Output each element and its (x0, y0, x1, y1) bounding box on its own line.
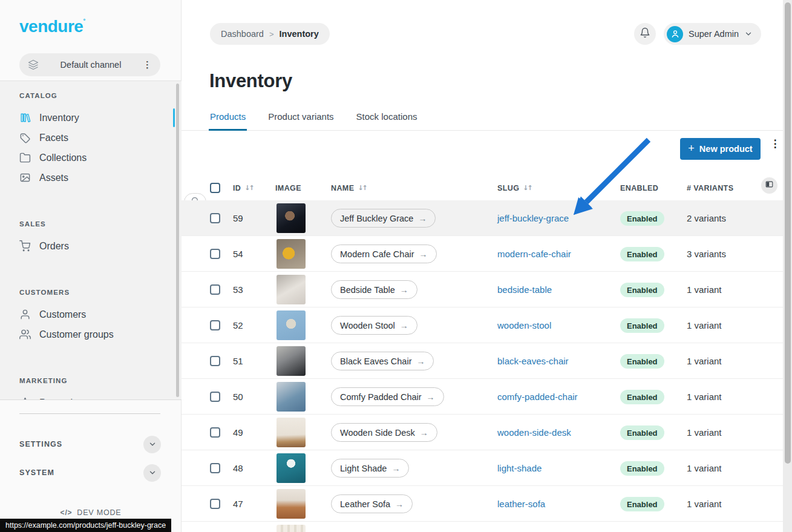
sidebar-nav: CATALOG Inventory Facets (0, 80, 182, 400)
page-title: Inventory (209, 70, 292, 92)
page-scrollbar (783, 0, 792, 532)
arrow-right-icon: → (416, 356, 425, 366)
variant-count: 2 variants (687, 200, 726, 236)
channel-menu-icon[interactable]: ⋮ (143, 59, 152, 70)
tabs: Products Product variants Stock location… (182, 111, 792, 131)
product-slug-link[interactable]: comfy-padded-chair (497, 379, 578, 415)
sidebar-item[interactable]: Collections (0, 148, 182, 168)
sidebar-item[interactable]: Inventory (0, 108, 182, 128)
product-name-link[interactable]: Wooden Stool → (331, 316, 417, 335)
product-name-link[interactable]: Wooden Side Desk → (331, 423, 437, 442)
sidebar-scrollbar[interactable] (176, 84, 179, 397)
sidebar-item[interactable]: Assets (0, 168, 182, 188)
row-checkbox[interactable] (210, 320, 220, 330)
table-row: 52 Wooden Stool → wooden-stool Enabled 1… (182, 307, 792, 343)
table-row: 54 Modern Cafe Chair → modern-cafe-chair… (182, 236, 792, 272)
row-checkbox[interactable] (210, 284, 220, 295)
product-name-link[interactable]: Light Shade → (331, 459, 409, 478)
nav-section-catalog: CATALOG Inventory Facets (0, 90, 182, 188)
arrow-right-icon: → (400, 285, 408, 295)
new-product-button[interactable]: + New product (680, 138, 761, 160)
product-image (277, 489, 306, 519)
variant-count: 1 variant (687, 450, 722, 486)
product-image (277, 239, 306, 269)
product-name-link[interactable]: Modern Cafe Chair → (331, 245, 437, 263)
table-row: 53 Bedside Table → bedside-table Enabled… (182, 272, 792, 307)
channel-selector[interactable]: Default channel ⋮ (19, 53, 160, 76)
product-slug-link[interactable]: modern-cafe-chair (497, 236, 571, 272)
sidebar-item[interactable]: Facets (0, 128, 182, 148)
partial-table-row (182, 522, 792, 532)
sidebar-item-label: Customers (39, 309, 86, 320)
channel-label: Default channel (39, 60, 143, 70)
chevron-down-icon[interactable] (143, 464, 161, 482)
product-slug-link[interactable]: wooden-stool (497, 307, 551, 343)
product-slug-link[interactable]: leather-sofa (497, 486, 545, 522)
arrow-right-icon: → (418, 214, 427, 223)
tab[interactable]: Stock locations (356, 111, 417, 130)
sort-icon: ↓↑ (244, 184, 253, 192)
sidebar-item[interactable]: Customers (0, 304, 182, 324)
product-name-link[interactable]: Jeff Buckley Grace → (331, 209, 436, 228)
product-slug-link[interactable]: black-eaves-chair (497, 343, 569, 379)
column-header-name[interactable]: NAME↓↑ (331, 176, 367, 200)
product-slug-link[interactable]: jeff-buckley-grace (497, 200, 569, 236)
product-image (277, 382, 306, 412)
table-row: 49 Wooden Side Desk → wooden-side-desk E… (182, 415, 792, 450)
tab[interactable]: Products (210, 111, 246, 130)
tab[interactable]: Product variants (268, 111, 333, 130)
breadcrumb-dashboard-link[interactable]: Dashboard (221, 29, 264, 39)
system-section-toggle[interactable]: SYSTEM (19, 463, 161, 482)
column-header-slug[interactable]: SLUG↓↑ (497, 176, 532, 200)
row-checkbox[interactable] (210, 427, 220, 438)
section-label: CUSTOMERS (19, 286, 182, 298)
settings-label: SETTINGS (19, 440, 62, 448)
breadcrumb-separator: > (269, 30, 274, 39)
variant-count: 1 variant (687, 486, 722, 522)
breadcrumb: Dashboard > Inventory (210, 23, 330, 45)
product-id: 53 (233, 272, 243, 307)
product-name-link[interactable]: Comfy Padded Chair → (331, 387, 444, 406)
main-content: Dashboard > Inventory Super Admin Invent… (182, 0, 792, 532)
product-name-link[interactable]: Bedside Table → (331, 280, 417, 299)
section-label: CATALOG (19, 90, 182, 102)
arrow-right-icon: → (400, 321, 408, 330)
row-checkbox[interactable] (210, 249, 220, 259)
dev-mode-toggle[interactable]: </> DEV MODE (0, 508, 182, 517)
nav-section-marketing: MARKETING Promotions (0, 375, 182, 400)
column-header-id[interactable]: ID↓↑ (233, 176, 254, 200)
layers-icon (28, 59, 39, 70)
row-checkbox[interactable] (210, 463, 220, 473)
settings-section-toggle[interactable]: SETTINGS (19, 435, 161, 454)
sidebar-item[interactable]: Orders (0, 236, 182, 256)
product-slug-link[interactable]: light-shade (497, 450, 542, 486)
status-badge: Enabled (620, 497, 664, 511)
user-menu[interactable]: Super Admin (664, 23, 761, 45)
arrow-right-icon: → (419, 249, 428, 259)
avatar (667, 26, 683, 42)
notifications-button[interactable] (634, 23, 656, 45)
variant-count: 1 variant (687, 415, 722, 450)
product-slug-link[interactable]: bedside-table (497, 272, 552, 307)
sidebar-item-label: Inventory (39, 113, 79, 123)
row-checkbox[interactable] (210, 499, 220, 509)
product-slug-link[interactable]: wooden-side-desk (497, 415, 571, 450)
product-id: 59 (233, 200, 243, 236)
arrow-right-icon: → (420, 428, 428, 438)
table-row: 51 Black Eaves Chair → black-eaves-chair… (182, 343, 792, 379)
row-checkbox[interactable] (210, 392, 220, 402)
chevron-down-icon[interactable] (143, 436, 161, 453)
product-name-link[interactable]: Black Eaves Chair → (331, 352, 434, 370)
sidebar-item[interactable]: Customer groups (0, 324, 182, 344)
user-name: Super Admin (689, 29, 739, 39)
column-settings-button[interactable] (761, 177, 777, 194)
select-all-checkbox[interactable] (210, 183, 220, 193)
product-name-link[interactable]: Leather Sofa → (331, 494, 413, 513)
row-checkbox[interactable] (210, 213, 220, 223)
table-options-menu[interactable]: ⋮ (770, 141, 781, 158)
product-id: 54 (233, 236, 243, 272)
scrollbar-thumb[interactable] (785, 2, 791, 464)
nav-section-customers: CUSTOMERS Customers Customer groups (0, 286, 182, 344)
sidebar-item[interactable]: Promotions (0, 393, 182, 400)
row-checkbox[interactable] (210, 356, 220, 366)
